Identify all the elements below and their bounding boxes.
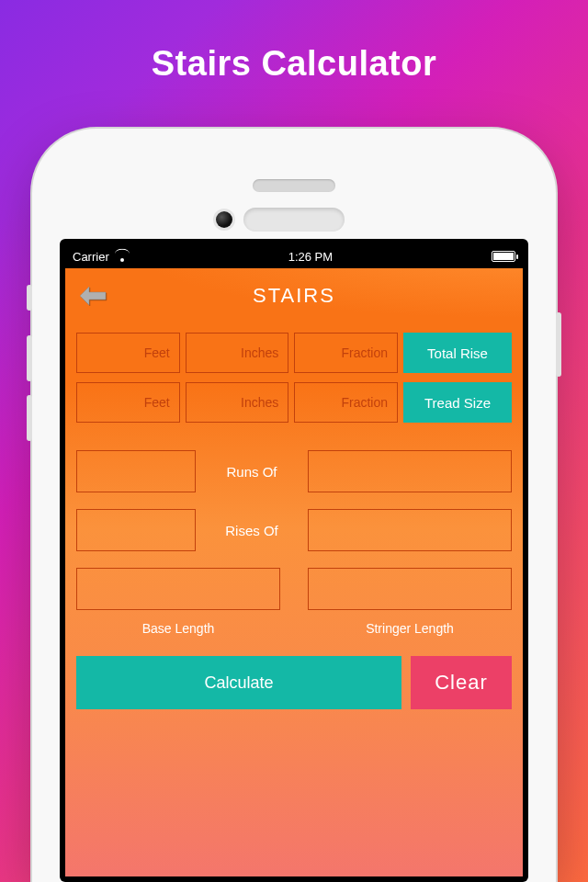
screen-title: STAIRS (253, 284, 335, 308)
promo-background: Stairs Calculator Carrier 1:26 PM (0, 0, 588, 882)
clock-label: 1:26 PM (288, 250, 333, 264)
base-length-col: Base Length (76, 568, 280, 636)
length-section: Base Length Stringer Length (76, 568, 512, 636)
fraction-input[interactable]: Fraction (294, 333, 398, 373)
tread-size-row: Feet Inches Fraction Tread Size (76, 382, 512, 423)
screen-bezel: Carrier 1:26 PM STAIRS (60, 239, 528, 882)
runs-count-output (76, 450, 196, 492)
stringer-length-label: Stringer Length (366, 621, 454, 636)
phone-frame: Carrier 1:26 PM STAIRS (32, 129, 556, 882)
calculate-button[interactable]: Calculate (76, 656, 401, 709)
phone-side-button (27, 395, 32, 441)
app-screen: Carrier 1:26 PM STAIRS (65, 244, 523, 876)
tread-size-chip[interactable]: Tread Size (403, 382, 512, 423)
total-rise-chip[interactable]: Total Rise (403, 333, 512, 373)
base-length-output (76, 568, 280, 610)
battery-icon (492, 251, 515, 262)
status-bar: Carrier 1:26 PM (65, 244, 523, 268)
fraction-input[interactable]: Fraction (294, 382, 398, 423)
rises-label: Rises Of (210, 523, 293, 538)
wifi-icon (115, 251, 130, 262)
arrow-left-icon (78, 285, 109, 307)
back-button[interactable] (78, 285, 109, 307)
phone-top-sensor (253, 179, 335, 192)
phone-side-button (556, 312, 561, 377)
runs-value-output (308, 450, 512, 492)
base-length-label: Base Length (142, 621, 215, 636)
clear-button[interactable]: Clear (411, 656, 512, 709)
results-section: Runs Of Rises Of (76, 450, 512, 551)
rises-row: Rises Of (76, 509, 512, 551)
phone-side-button (27, 335, 32, 381)
feet-input[interactable]: Feet (76, 382, 180, 423)
promo-title: Stairs Calculator (0, 0, 588, 84)
phone-camera (216, 211, 232, 228)
rises-value-output (308, 509, 512, 551)
runs-row: Runs Of (76, 450, 512, 492)
total-rise-row: Feet Inches Fraction Total Rise (76, 333, 512, 373)
runs-label: Runs Of (210, 464, 293, 480)
stringer-length-output (308, 568, 512, 610)
inches-input[interactable]: Inches (186, 382, 289, 423)
phone-side-button (27, 285, 32, 311)
form-content: Feet Inches Fraction Total Rise Feet Inc… (65, 323, 523, 718)
phone-speaker (243, 208, 345, 232)
carrier-label: Carrier (73, 250, 109, 264)
feet-input[interactable]: Feet (76, 333, 180, 373)
stringer-length-col: Stringer Length (308, 568, 512, 636)
rises-count-output (76, 509, 196, 551)
action-row: Calculate Clear (76, 656, 512, 709)
inches-input[interactable]: Inches (186, 333, 289, 373)
app-header: STAIRS (65, 268, 523, 323)
